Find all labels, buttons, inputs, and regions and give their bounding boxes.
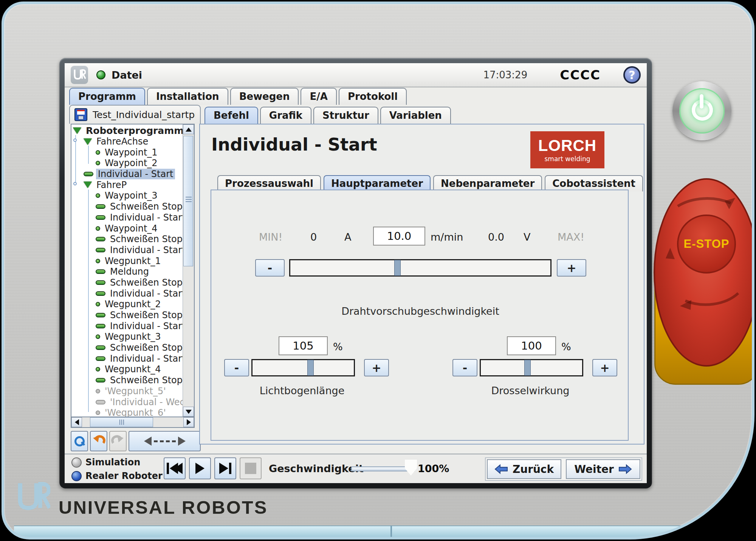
back-button[interactable]: Zurück xyxy=(487,459,561,479)
expand-icon xyxy=(84,182,92,188)
choke-slider-thumb[interactable] xyxy=(524,360,531,376)
help-icon[interactable]: ? xyxy=(623,66,641,84)
play-button[interactable] xyxy=(189,457,211,479)
param-tab-hauptparameter[interactable]: Hauptparameter xyxy=(324,175,431,191)
param-tab-prozessauswahl[interactable]: Prozessauswahl xyxy=(217,175,321,191)
wire-feed-slider[interactable] xyxy=(289,259,552,277)
open-program-tab[interactable]: Test_Individual_startpr xyxy=(69,105,201,124)
tree-item[interactable]: 'Wegpunkt_6' xyxy=(71,407,183,417)
speed-slider-thumb[interactable] xyxy=(405,460,417,476)
tree-item[interactable]: Individual - Start xyxy=(71,320,183,331)
command-icon xyxy=(96,291,105,296)
tree-item[interactable]: Individual - Start xyxy=(71,169,183,180)
redo-button[interactable] xyxy=(109,431,127,451)
power-icon xyxy=(679,88,725,134)
view-tab-struktur[interactable]: Struktur xyxy=(313,107,378,124)
tree-item[interactable]: Individual - Start xyxy=(71,245,183,256)
scroll-down-button[interactable] xyxy=(183,407,194,417)
tree-item[interactable]: 'Wegpunkt_5' xyxy=(71,386,183,397)
tree-vertical-scrollbar[interactable] xyxy=(183,124,194,417)
skip-to-start-button[interactable] xyxy=(164,457,186,479)
tree-item[interactable]: Wegpunkt_2 xyxy=(71,299,183,310)
tab-protokoll[interactable]: Protokoll xyxy=(339,88,407,105)
tree-item[interactable]: Individual - Start xyxy=(71,288,183,299)
scroll-left-button[interactable] xyxy=(71,417,82,427)
next-button[interactable]: Weiter xyxy=(566,459,640,479)
power-button[interactable] xyxy=(672,81,731,140)
tree-item[interactable]: Schweißen Stop xyxy=(71,310,183,321)
tree-item[interactable]: Schweißen Stop xyxy=(71,375,183,386)
choke-minus-button[interactable]: - xyxy=(452,359,477,376)
wire-feed-plus-button[interactable]: + xyxy=(557,259,586,277)
choke-input[interactable] xyxy=(507,336,556,355)
param-tab-cobotassistent[interactable]: Cobotassistent xyxy=(545,175,643,191)
nav-next-icon xyxy=(178,437,186,446)
tree-horizontal-scrollbar[interactable] xyxy=(71,417,195,428)
undo-button[interactable] xyxy=(90,431,107,451)
horizontal-scroll-thumb[interactable] xyxy=(90,417,153,427)
arc-length-slider[interactable] xyxy=(251,359,355,376)
tree-item[interactable]: Individual - Start xyxy=(71,212,183,223)
step-navigation-button[interactable] xyxy=(129,431,201,451)
stop-button[interactable] xyxy=(240,457,262,479)
tree-item[interactable]: Wegpunkt_3 xyxy=(71,331,183,342)
arc-length-input[interactable] xyxy=(279,336,328,355)
tree-item[interactable]: Roboterprogramm xyxy=(71,125,183,136)
voltage-value: 0.0 xyxy=(488,231,504,243)
file-row: Test_Individual_startpr BefehlGrafikStru… xyxy=(69,105,451,124)
arc-length-plus-button[interactable]: + xyxy=(364,359,389,376)
tree-item[interactable]: Waypoint_4 xyxy=(71,223,183,234)
param-tab-nebenparameter[interactable]: Nebenparameter xyxy=(433,175,542,191)
arc-length-minus-button[interactable]: - xyxy=(224,359,249,376)
tree-item[interactable]: Schweißen Stop xyxy=(71,201,183,212)
tree-item[interactable]: FahreP xyxy=(71,179,183,190)
step-forward-button[interactable] xyxy=(214,457,236,479)
tree-item[interactable]: FahreAchse xyxy=(71,136,183,147)
horizontal-scroll-track[interactable] xyxy=(82,417,183,427)
scroll-right-button[interactable] xyxy=(183,417,194,427)
tree-item-label: Schweißen Stop xyxy=(108,234,183,244)
mode-radio-simulation[interactable]: Simulation xyxy=(71,456,163,469)
vertical-scroll-thumb[interactable] xyxy=(183,136,193,266)
view-tab-grafik[interactable]: Grafik xyxy=(260,107,311,124)
tree-item[interactable]: Schweißen Stop xyxy=(71,342,183,353)
waypoint-icon xyxy=(96,410,100,415)
tab-bewegen[interactable]: Bewegen xyxy=(230,88,299,105)
amperage-value: 0 xyxy=(310,231,317,243)
tree-item[interactable]: Waypoint_2 xyxy=(71,158,183,169)
tree-item[interactable]: Wegpunkt_1 xyxy=(71,255,183,266)
radio-icon[interactable] xyxy=(71,471,82,481)
arc-length-caption: Lichtbogenlänge xyxy=(234,385,370,396)
tree-item[interactable]: Individual - Start xyxy=(71,353,183,364)
wire-feed-input[interactable] xyxy=(373,227,425,246)
view-tab-variablen[interactable]: Variablen xyxy=(380,107,451,124)
choke-plus-button[interactable]: + xyxy=(592,359,617,376)
waypoint-icon xyxy=(96,161,100,165)
estop-mushroom[interactable]: E-STOP xyxy=(677,215,736,274)
tree-item[interactable]: Waypoint_1 xyxy=(71,147,183,158)
command-icon xyxy=(96,215,105,220)
tree-item[interactable]: Wegpunkt_4 xyxy=(71,364,183,375)
tree-item[interactable]: Schweißen Stop xyxy=(71,277,183,288)
choke-slider[interactable] xyxy=(480,359,583,376)
expand-icon xyxy=(84,138,92,145)
tree-item[interactable]: Schweißen Stop xyxy=(71,234,183,245)
wire-feed-minus-button[interactable]: - xyxy=(255,259,285,277)
search-button[interactable] xyxy=(71,431,88,451)
file-menu[interactable]: Datei xyxy=(112,69,142,81)
radio-label: Simulation xyxy=(85,457,140,468)
tree-item[interactable]: Meldung xyxy=(71,266,183,277)
main-tab-bar: ProgrammInstallationBewegenE/AProtokoll xyxy=(69,87,407,105)
arc-length-slider-thumb[interactable] xyxy=(307,360,314,376)
scroll-up-button[interactable] xyxy=(183,124,194,134)
view-tab-befehl[interactable]: Befehl xyxy=(204,107,258,124)
wire-feed-slider-thumb[interactable] xyxy=(394,260,401,276)
radio-icon[interactable] xyxy=(71,457,82,468)
tree-item[interactable]: 'Individual - Wec xyxy=(71,396,183,407)
tab-e-a[interactable]: E/A xyxy=(301,88,336,105)
tab-programm[interactable]: Programm xyxy=(69,88,145,105)
tab-installation[interactable]: Installation xyxy=(147,88,228,105)
tree-item[interactable]: Waypoint_3 xyxy=(71,190,183,201)
tree-item-label: Individual - Start xyxy=(108,245,183,255)
estop-button[interactable]: E-STOP xyxy=(654,178,754,367)
